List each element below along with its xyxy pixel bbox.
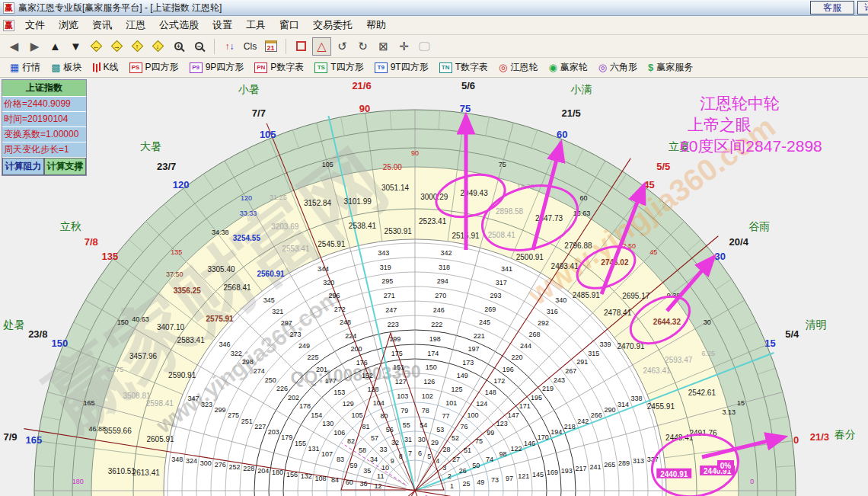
calc-resistance-button[interactable]: 计算阻力 bbox=[2, 158, 44, 175]
svg-text:2605.91: 2605.91 bbox=[146, 435, 174, 443]
ribbon-item-六角形[interactable]: ◎六角形 bbox=[593, 59, 643, 75]
ribbon-item-9T四方形[interactable]: T99T四方形 bbox=[369, 59, 434, 75]
svg-text:196: 196 bbox=[503, 366, 514, 373]
menu-item-8[interactable]: 交易委托 bbox=[306, 17, 359, 34]
pan-left-button[interactable]: ← bbox=[87, 37, 106, 56]
calc-support-button[interactable]: 计算支撑 bbox=[44, 158, 86, 175]
svg-text:150: 150 bbox=[52, 338, 69, 349]
svg-text:104: 104 bbox=[373, 399, 385, 407]
svg-text:148: 148 bbox=[485, 389, 496, 396]
svg-text:59: 59 bbox=[350, 462, 358, 469]
svg-text:6: 6 bbox=[418, 450, 422, 457]
svg-text:2590.91: 2590.91 bbox=[168, 371, 196, 379]
menu-item-7[interactable]: 窗口 bbox=[273, 17, 306, 34]
svg-text:126: 126 bbox=[423, 378, 435, 386]
kline-icon bbox=[93, 63, 94, 72]
svg-text:228: 228 bbox=[243, 465, 254, 472]
rotate-ccw-button[interactable]: ↺ bbox=[333, 37, 352, 56]
menu-item-1[interactable]: 浏览 bbox=[52, 17, 85, 34]
svg-text:处暑: 处暑 bbox=[2, 318, 24, 331]
svg-text:3508.81: 3508.81 bbox=[123, 392, 151, 400]
svg-text:272: 272 bbox=[334, 306, 346, 313]
svg-text:80: 80 bbox=[380, 412, 388, 420]
svg-text:249: 249 bbox=[298, 342, 310, 350]
svg-text:57: 57 bbox=[371, 434, 378, 442]
svg-text:204: 204 bbox=[257, 467, 269, 475]
zoom-in-button[interactable]: + bbox=[169, 37, 188, 56]
menu-item-6[interactable]: 工具 bbox=[239, 17, 273, 34]
svg-text:2455.91: 2455.91 bbox=[647, 402, 675, 411]
svg-text:7/8: 7/8 bbox=[85, 236, 98, 248]
svg-text:32: 32 bbox=[391, 439, 399, 446]
forum-button[interactable]: 论坛 bbox=[857, 1, 868, 14]
zoom-out-button[interactable]: − bbox=[190, 37, 209, 56]
svg-text:154: 154 bbox=[311, 411, 322, 419]
down-arrow-button[interactable]: ▼ bbox=[66, 37, 85, 56]
svg-text:317: 317 bbox=[496, 279, 507, 286]
menu-item-5[interactable]: 设置 bbox=[206, 17, 239, 34]
svg-text:2560.91: 2560.91 bbox=[257, 270, 285, 278]
up-arrow-button[interactable]: ▲ bbox=[46, 37, 65, 56]
pan-down-button[interactable]: ↓ bbox=[148, 37, 168, 56]
svg-text:241: 241 bbox=[589, 463, 601, 471]
back-button[interactable]: ◀ bbox=[5, 37, 24, 56]
svg-text:25: 25 bbox=[462, 480, 470, 488]
cls-button[interactable]: Cls bbox=[241, 37, 260, 56]
svg-text:3254.55: 3254.55 bbox=[233, 234, 261, 242]
svg-text:222: 222 bbox=[431, 321, 442, 328]
svg-text:169: 169 bbox=[547, 469, 558, 476]
ribbon-item-行情[interactable]: ▦行情 bbox=[5, 59, 46, 75]
square-tool-button[interactable] bbox=[292, 37, 311, 56]
svg-text:177: 177 bbox=[325, 377, 337, 385]
ribbon-item-K线[interactable]: K线 bbox=[88, 59, 124, 75]
customer-service-button[interactable]: 客服 bbox=[810, 1, 854, 14]
pan-up-button[interactable]: ↑ bbox=[128, 37, 147, 56]
menu-item-0[interactable]: 文件 bbox=[18, 17, 52, 34]
fit-view-button[interactable]: ⊠ bbox=[374, 37, 393, 56]
menu-item-4[interactable]: 公式选股 bbox=[152, 17, 206, 34]
svg-text:5/6: 5/6 bbox=[461, 80, 475, 91]
svg-text:290: 290 bbox=[604, 406, 615, 414]
calendar-button[interactable]: 21 bbox=[261, 37, 280, 56]
sort-updown-button[interactable]: ↑↓ bbox=[220, 37, 239, 56]
svg-text:2898.58: 2898.58 bbox=[496, 207, 524, 216]
svg-text:202: 202 bbox=[288, 394, 299, 402]
pan-right-button[interactable]: → bbox=[107, 37, 126, 56]
ribbon-item-江恩轮[interactable]: ◎江恩轮 bbox=[493, 59, 543, 75]
forward-button[interactable]: ▶ bbox=[25, 37, 44, 56]
menu-item-9[interactable]: 帮助 bbox=[359, 17, 393, 34]
svg-text:2553.41: 2553.41 bbox=[282, 245, 310, 253]
hexagon-icon: ◎ bbox=[598, 62, 607, 72]
svg-text:3.13: 3.13 bbox=[723, 408, 736, 416]
ribbon-item-T四方形[interactable]: TST四方形 bbox=[309, 59, 369, 75]
center-view-button[interactable]: ✛ bbox=[394, 37, 413, 56]
menu-item-3[interactable]: 江恩 bbox=[119, 17, 152, 34]
svg-text:273: 273 bbox=[289, 331, 301, 338]
svg-text:2644.32: 2644.32 bbox=[653, 318, 681, 326]
svg-text:4: 4 bbox=[436, 457, 439, 465]
svg-text:313: 313 bbox=[633, 457, 644, 465]
svg-text:83: 83 bbox=[337, 456, 344, 463]
svg-text:23/7: 23/7 bbox=[157, 161, 176, 172]
svg-text:322: 322 bbox=[231, 350, 242, 357]
menu-item-2[interactable]: 资讯 bbox=[85, 17, 119, 34]
ribbon-item-赢家轮[interactable]: ◉赢家轮 bbox=[543, 59, 592, 75]
presentation-button[interactable]: 🖵 bbox=[415, 37, 434, 56]
svg-text:77: 77 bbox=[442, 412, 450, 420]
svg-text:199: 199 bbox=[389, 335, 400, 343]
ribbon-item-赢家服务[interactable]: $赢家服务 bbox=[643, 59, 698, 75]
ribbon-item-T数字表[interactable]: TNT数字表 bbox=[434, 59, 493, 75]
ribbon-item-P四方形[interactable]: PSP四方形 bbox=[124, 59, 184, 75]
ribbon-item-板块[interactable]: ▩板块 bbox=[46, 59, 87, 75]
svg-text:176: 176 bbox=[356, 359, 368, 366]
annotation-line-2: 上帝之眼 bbox=[688, 114, 822, 136]
svg-text:3000.29: 3000.29 bbox=[420, 193, 448, 201]
svg-text:2598.41: 2598.41 bbox=[146, 399, 174, 408]
rotate-cw-button[interactable]: ↻ bbox=[353, 37, 372, 56]
svg-text:6.25: 6.25 bbox=[701, 350, 715, 357]
T9-icon: T9 bbox=[375, 62, 388, 73]
triangle-tool-button[interactable]: △ bbox=[312, 37, 331, 56]
svg-text:101: 101 bbox=[445, 399, 457, 407]
ribbon-item-9P四方形[interactable]: P99P四方形 bbox=[184, 59, 250, 75]
ribbon-item-P数字表[interactable]: PNP数字表 bbox=[249, 59, 309, 75]
